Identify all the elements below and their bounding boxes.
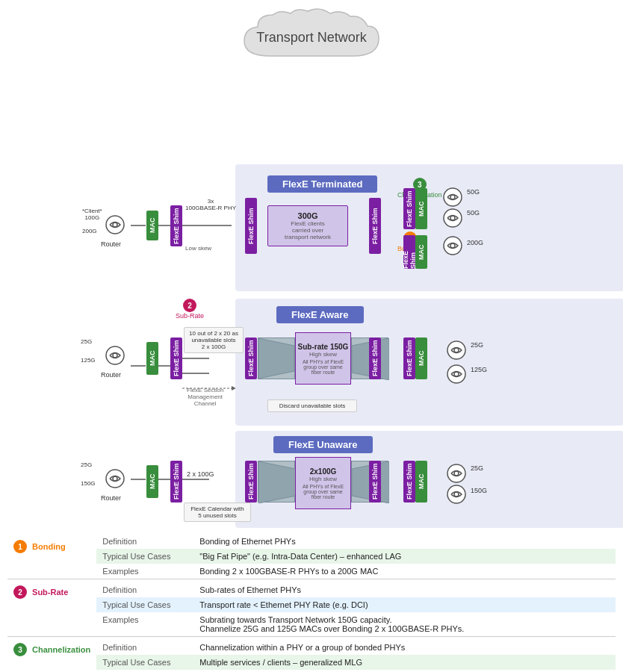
subrate-table-title: Sub-Rate: [32, 588, 68, 597]
subrate-badge-area: 2 Sub-Rate: [176, 299, 204, 320]
calendar-box: FlexE Calendar with5 unused slots: [184, 503, 251, 522]
unaware-mac-left: MAC: [146, 465, 158, 498]
discard-box: Discard unavailable slots: [267, 399, 357, 412]
svg-point-40: [106, 346, 124, 364]
subrate-examples-val: Subrating towards Transport Network 150G…: [193, 612, 616, 637]
terminated-right-flexe-shim-bot: FlexE Shim: [403, 235, 415, 269]
subrate-examples-key: Examples: [96, 612, 193, 637]
r50g-top-label: 50G: [467, 188, 480, 196]
subrate-table-badge: 2: [13, 585, 27, 599]
cloud-label: Transport Network: [256, 30, 366, 46]
unaware-mac-right: MAC: [415, 461, 427, 503]
unaware-flexe-shim-right: FlexE Shim: [403, 461, 415, 503]
channel-section-row: 3 Channelization Definition Channelizati…: [7, 637, 616, 656]
channel-def-val: Channelization within a PHY or a group o…: [193, 637, 616, 656]
subrate-def-val: Sub-rates of Ethernet PHYs: [193, 579, 616, 598]
terminated-router-right-bot: [442, 235, 463, 256]
svg-point-36: [106, 216, 124, 234]
subrate-section-row: 2 Sub-Rate Definition Sub-rates of Ether…: [7, 579, 616, 598]
svg-point-48: [447, 464, 465, 482]
unaware-150g-block: 2x100G High skew All PHYs of FlexEgroup …: [295, 457, 351, 509]
aware-router-right-bot: [446, 364, 467, 385]
cloud-container: Transport Network: [0, 7, 623, 67]
svg-point-38: [444, 209, 462, 227]
terminated-header: FlexE Terminated: [267, 175, 377, 193]
svg-point-37: [444, 188, 462, 206]
unaware-25g-label: 25G: [81, 461, 92, 468]
terminated-router-right-top: [442, 187, 463, 208]
phy-3x-label: 3x100GBASE-R PHY: [185, 198, 236, 211]
svg-marker-41: [258, 338, 294, 379]
aware-25g-label: 25G: [81, 338, 92, 345]
unaware-150g-label: 150G: [81, 480, 96, 487]
unaware-flexe-shim-center-right: FlexE Shim: [369, 461, 381, 503]
channel-table-badge: 3: [13, 643, 27, 656]
unaware-r25g-label: 25G: [471, 464, 483, 472]
terminated-right-mac-bot: MAC: [415, 235, 427, 269]
aware-mac-left: MAC: [146, 342, 158, 375]
aware-150g-block: Sub-rate 150G High skew All PHYs of Flex…: [295, 332, 351, 385]
terminated-flexe-shim-center: FlexE Shim: [245, 198, 257, 254]
terminated-mac-left: MAC: [146, 211, 158, 240]
svg-point-39: [444, 237, 462, 255]
flexe-section-mgmt-label: FlexE SectionManagementChannel: [187, 387, 223, 407]
subrate-def-key: Definition: [96, 579, 193, 598]
bonding-def-val: Bonding of Ethernet PHYs: [193, 534, 616, 549]
bonding-table-badge: 1: [13, 540, 27, 553]
unaware-flexe-shim-left: FlexE Shim: [170, 461, 182, 503]
aware-router-right-top: [446, 340, 467, 361]
svg-point-44: [447, 365, 465, 383]
terminated-router-left: [105, 214, 125, 235]
channel-def-key: Definition: [96, 637, 193, 656]
aware-mac-right: MAC: [415, 337, 427, 379]
bonding-usecase-val: "Big Fat Pipe" (e.g. Intra-Data Center) …: [193, 549, 616, 564]
bonding-section-row: 1 Bonding Definition Bonding of Ethernet…: [7, 534, 616, 549]
unaware-flexe-shim-center-left: FlexE Shim: [245, 461, 257, 503]
svg-point-49: [447, 485, 465, 503]
terminated-router-right-top2: [442, 208, 463, 228]
aware-router-label: Router: [101, 371, 121, 379]
unaware-mux-left: [258, 461, 295, 503]
definitions-table: 1 Bonding Definition Bonding of Ethernet…: [7, 534, 616, 672]
unaware-header: FlexE Unaware: [273, 436, 373, 453]
subrate-usecase-row: Typical Use Cases Transport rate < Ether…: [7, 597, 616, 612]
aware-flexe-shim-right: FlexE Shim: [403, 337, 415, 379]
svg-marker-46: [258, 461, 296, 503]
aware-flexe-shim-left: FlexE Shim: [170, 337, 182, 379]
terminated-right-mac-top: MAC: [415, 188, 427, 229]
aware-mux-left: [258, 337, 295, 379]
bonding-examples-val: Bonding 2 x 100GBASE-R PHYs to a 200G MA…: [193, 564, 616, 579]
mac-200g-label: 200G: [82, 228, 97, 234]
low-skew-label: Low skew: [185, 245, 211, 252]
subrate-usecase-val: Transport rate < Ethernet PHY Rate (e.g.…: [193, 597, 616, 612]
aware-r125g-label: 125G: [471, 366, 487, 373]
bonding-examples-key: Examples: [96, 564, 193, 579]
client-100g-label: *Client*100G: [82, 208, 102, 221]
channel-usecase-row: Typical Use Cases Multiple services / cl…: [7, 655, 616, 670]
unaware-2x100g-label: 2 x 100G: [187, 470, 214, 478]
r200g-label: 200G: [467, 239, 483, 246]
terminated-router-label: Router: [101, 240, 121, 248]
unaware-r150g-label: 150G: [471, 487, 487, 494]
subrate-label: Sub-Rate: [176, 312, 204, 320]
aware-flexe-shim-center-right: FlexE Shim: [369, 337, 381, 379]
unaware-router-right-bot: [446, 484, 467, 505]
cloud-shape: Transport Network: [229, 7, 394, 67]
unaware-router-right-top: [446, 463, 467, 484]
bonding-usecase-key: Typical Use Cases: [96, 549, 193, 564]
unaware-router-label: Router: [101, 494, 121, 502]
terminated-300g-block: 300G FlexE clientscarried overtransport …: [267, 205, 348, 246]
aware-flexe-shim-center-left: FlexE Shim: [245, 337, 257, 379]
svg-point-45: [106, 470, 124, 488]
slots-info-box: 10 out of 2 x 20 asunavailable slots2 x …: [184, 327, 244, 353]
bonding-def-key: Definition: [96, 534, 193, 549]
bottom-section: 1 Bonding Definition Bonding of Ethernet…: [0, 534, 623, 672]
subrate-examples-row: Examples Subrating towards Transport Net…: [7, 612, 616, 637]
aware-header: FlexE Aware: [276, 306, 364, 323]
bonding-examples-row: Examples Bonding 2 x 100GBASE-R PHYs to …: [7, 564, 616, 579]
aware-r25g-label: 25G: [471, 341, 483, 349]
terminated-right-flexe-shim-top: FlexE Shim: [403, 188, 415, 229]
subrate-usecase-key: Typical Use Cases: [96, 597, 193, 612]
bonding-table-title: Bonding: [32, 542, 66, 551]
aware-125g-label: 125G: [81, 357, 96, 364]
